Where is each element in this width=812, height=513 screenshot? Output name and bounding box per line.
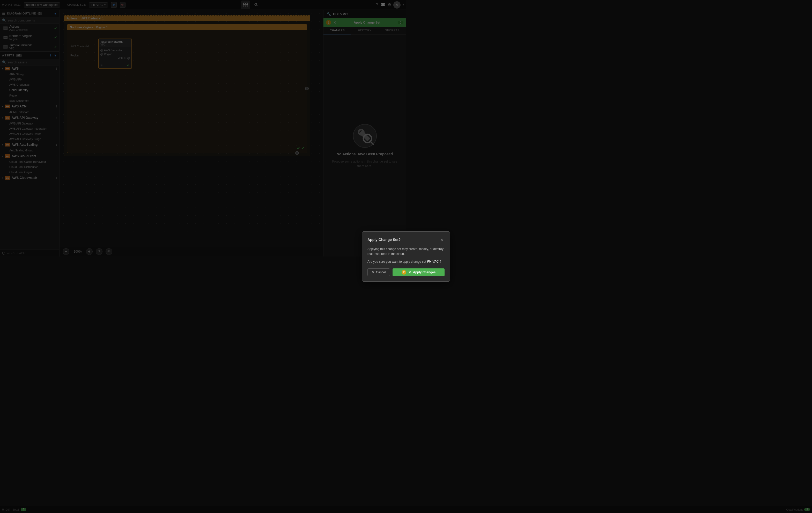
modal-title: Apply Change Set? bbox=[368, 237, 401, 242]
modal-overlay[interactable]: Apply Change Set? ✕ Applying this change… bbox=[0, 0, 406, 256]
modal-body: Applying this change set may create, mod… bbox=[368, 247, 406, 256]
modal-header: Apply Change Set? ✕ bbox=[368, 237, 406, 243]
modal-body-line1: Applying this change set may create, mod… bbox=[368, 247, 406, 256]
apply-changeset-modal: Apply Change Set? ✕ Applying this change… bbox=[362, 231, 406, 256]
